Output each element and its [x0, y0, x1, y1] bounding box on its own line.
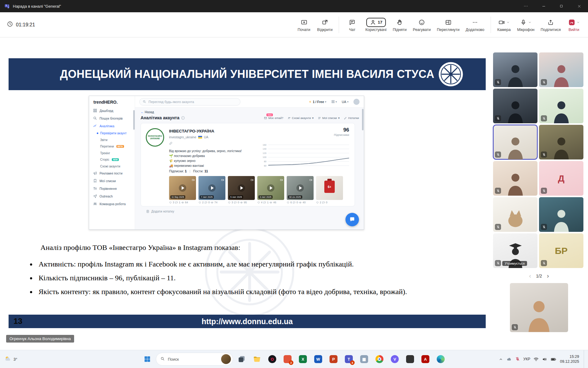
chevron-down-icon[interactable] [528, 20, 531, 25]
toolbar-chat-button[interactable]: Чат [342, 16, 362, 33]
post-thumbnail[interactable]: 7 лют 20252 0 74 [198, 176, 225, 204]
participant-tile[interactable] [493, 125, 537, 159]
participant-tile[interactable] [493, 197, 537, 232]
trendhero-sidebar-item-6[interactable]: Трекінг [89, 150, 135, 157]
post-thumbnail[interactable]: 6+2 0 [316, 176, 343, 204]
window-more-button[interactable] [517, 0, 535, 12]
window-close-button[interactable] [570, 0, 588, 12]
toolbar-share-button[interactable]: Поділитися [538, 16, 564, 33]
battery-icon[interactable] [551, 356, 556, 362]
start-button[interactable] [141, 352, 154, 366]
analytics-action-3[interactable]: Нотатки [344, 116, 359, 120]
taskbar-teams-icon[interactable]: T4 [342, 352, 356, 366]
analytics-action-2[interactable]: Мої списки▾ [318, 116, 340, 120]
taskbar-chrome-icon[interactable] [373, 352, 386, 366]
taskbar-photos-icon[interactable]: ▦ [357, 352, 371, 366]
info-icon[interactable]: i [181, 116, 185, 120]
post-thumbnail[interactable]: 11 бер 20253 1 64 [169, 176, 196, 204]
account-search-input[interactable]: Перегляд будь-якого акаунта [139, 98, 240, 105]
user-avatar[interactable] [353, 99, 360, 105]
participant-tile[interactable] [539, 89, 583, 123]
window-maximize-button[interactable] [552, 0, 570, 12]
mic-muted-tray-icon[interactable] [515, 357, 520, 362]
participant-tile[interactable] [493, 52, 537, 87]
toolbar-mic-button[interactable]: Мікрофон [514, 16, 537, 33]
show-desktop-button[interactable] [584, 350, 585, 368]
trendhero-sidebar-item-10[interactable]: Мої списки [89, 177, 135, 185]
toolbar-react-button[interactable]: Реагувати [410, 16, 433, 33]
chevron-down-icon[interactable] [507, 20, 510, 25]
wifi-icon[interactable] [533, 357, 539, 362]
participant-tile-initials[interactable]: БР [539, 233, 583, 268]
language-selector[interactable]: UA ▾ [342, 100, 349, 104]
toolbar-start-button[interactable]: Почати [294, 16, 314, 33]
taskbar-powerpoint-icon[interactable]: P [327, 352, 340, 366]
tray-chevron-icon[interactable] [499, 357, 503, 362]
slide-footer-url: http://www.donnu.edu.ua [202, 317, 293, 326]
mic-muted-icon [495, 151, 501, 158]
volume-icon[interactable] [542, 357, 547, 362]
taskbar-edge-icon[interactable] [434, 352, 447, 366]
toolbar-raise-hand-button[interactable]: Підняти [390, 16, 409, 33]
plan-indicator[interactable]: 1 / Free ▾ [309, 100, 326, 104]
toolbar-camera-button[interactable]: Камера [494, 16, 514, 33]
trendhero-sidebar-item-1[interactable]: Пошук блогерів [89, 115, 135, 122]
toolbar-leave-button[interactable]: Вийти [564, 16, 584, 33]
content-scrollbar[interactable] [362, 109, 364, 130]
trendhero-sidebar-item-3[interactable]: Перевірити акаунт [89, 130, 135, 137]
weather-widget[interactable]: 3° [4, 350, 17, 368]
toolbar-view-button[interactable]: Переглянути [434, 16, 462, 33]
sidebar-scrollbar[interactable] [133, 110, 135, 130]
participant-tile[interactable]: Утримується [493, 233, 537, 268]
trendhero-sidebar-item-11[interactable]: Порівняння [89, 185, 135, 193]
participant-tile[interactable] [493, 89, 537, 123]
trendhero-sidebar-item-9[interactable]: Рекламні пости [89, 170, 135, 177]
taskbar-epic-games-icon[interactable] [403, 352, 417, 366]
taskbar-file-explorer-icon[interactable] [250, 352, 264, 366]
link-icon[interactable] [169, 141, 172, 146]
post-thumbnail[interactable]: 30 січ 20256 0 40 [287, 176, 314, 204]
trendhero-sidebar-item-7[interactable]: СторісNEW [89, 156, 135, 163]
back-link[interactable]: ← Назад [141, 110, 154, 114]
toolbar-more-button[interactable]: Додатково [463, 16, 487, 33]
chat-fab-button[interactable] [345, 213, 359, 226]
trendhero-sidebar-item-13[interactable]: Командна робота [89, 200, 135, 208]
post-thumbnail[interactable]: 3 лют 20254 1 46 [257, 176, 284, 204]
post-thumbnail[interactable]: 5 лют 20253 0 95 [228, 176, 255, 204]
participant-tile[interactable] [493, 161, 537, 196]
clock-widget[interactable]: 15:29 09.12.2025 [560, 354, 579, 364]
taskbar-acrobat-icon[interactable]: A [419, 352, 432, 366]
participants-next-button[interactable]: › [547, 272, 549, 279]
chevron-down-icon[interactable] [577, 20, 580, 25]
participant-tile[interactable] [539, 52, 583, 87]
analytics-action-0[interactable]: Моє email?New [264, 116, 283, 120]
participant-tile[interactable] [539, 125, 583, 159]
participant-tile[interactable] [510, 283, 568, 332]
participant-tile[interactable] [539, 197, 583, 232]
onedrive-icon[interactable] [507, 357, 512, 362]
account-handle[interactable]: investagro_ukraine [169, 135, 196, 139]
language-indicator[interactable]: УКР [523, 357, 530, 361]
window-minimize-button[interactable] [535, 0, 552, 12]
taskbar-word-icon[interactable]: W [311, 352, 325, 366]
taskbar-viber-icon[interactable]: V [388, 352, 401, 366]
trendhero-sidebar-item-4[interactable]: Звіти [89, 137, 135, 144]
tray-time: 15:29 [560, 354, 579, 359]
trendhero-sidebar-item-12[interactable]: Outreach [89, 193, 135, 200]
taskbar-app-badge-icon[interactable]: 2 [281, 352, 294, 366]
taskbar-opera-icon[interactable]: O [266, 352, 279, 366]
toolbar-open-button[interactable]: Відкрити [315, 16, 336, 33]
trendhero-sidebar-item-0[interactable]: Дашборд [89, 107, 135, 115]
apps-grid-icon[interactable]: ▾ [331, 100, 337, 104]
participant-tile-initials[interactable]: Д [539, 161, 583, 196]
trendhero-sidebar-item-5[interactable]: ПеретиниBETA [89, 143, 135, 150]
trendhero-sidebar-item-8[interactable]: Схожі акаунти [89, 163, 135, 170]
taskbar-excel-icon[interactable]: X [296, 352, 310, 366]
toolbar-users-button[interactable]: 17Користувачі [363, 16, 389, 33]
add-note-button[interactable]: Додати нотатку [146, 209, 174, 213]
taskbar-search-input[interactable]: Поиск [156, 353, 233, 366]
analytics-action-1[interactable]: Схожі акаунти▾ [288, 116, 314, 120]
participants-prev-button[interactable]: ‹ [529, 272, 531, 279]
trendhero-sidebar-item-2[interactable]: Аналітика [89, 122, 135, 130]
taskbar-task-view-icon[interactable] [235, 352, 248, 366]
